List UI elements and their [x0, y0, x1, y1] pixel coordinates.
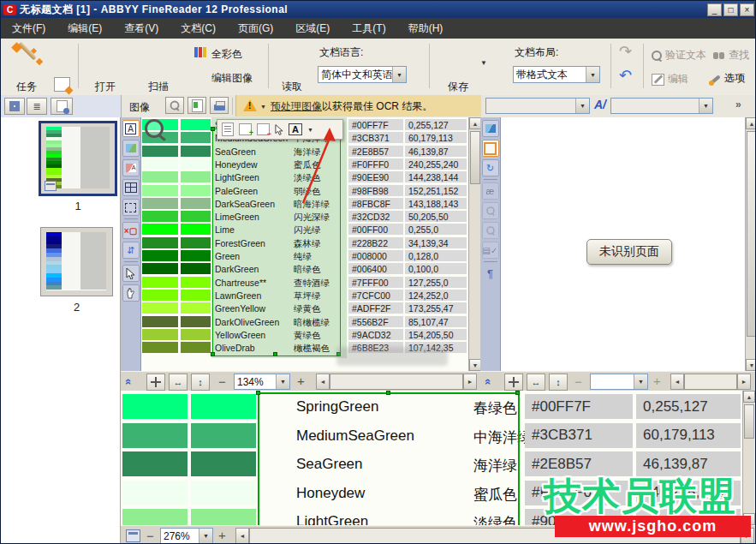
- hscroll-left-icon[interactable]: ◄: [670, 374, 684, 390]
- doc-language-dropdown-icon[interactable]: ▼: [392, 67, 406, 82]
- scroll-thumb[interactable]: [747, 131, 756, 337]
- fit-width-button[interactable]: ↔: [527, 374, 545, 391]
- reorder-regions-tool[interactable]: ⇵: [122, 242, 140, 259]
- selection-handle[interactable]: [515, 391, 520, 395]
- text-hscrollbar[interactable]: [684, 374, 737, 390]
- table-region-tool[interactable]: [122, 179, 140, 196]
- text-zoom-dropdown-icon[interactable]: ▼: [634, 374, 647, 389]
- style-combo-1-dropdown-icon[interactable]: ▼: [575, 99, 589, 113]
- copy-region-icon[interactable]: [222, 123, 234, 136]
- close-button[interactable]: ×: [740, 3, 754, 16]
- scroll-down-icon[interactable]: ▼: [469, 359, 481, 371]
- text-vscrollbar[interactable]: ▲ ▼: [745, 117, 756, 371]
- toolbar-overflow-chevron[interactable]: »: [735, 99, 741, 111]
- selection-handle[interactable]: [211, 127, 215, 131]
- pointer-tool[interactable]: [122, 265, 140, 282]
- image-region-tool[interactable]: [122, 140, 140, 157]
- image-zoom-combo[interactable]: 134% ▼: [234, 374, 290, 390]
- text-canvas[interactable]: 未识别页面: [501, 117, 745, 371]
- collapse-panel-chevron[interactable]: «: [482, 379, 495, 385]
- zoom-tool-icon[interactable]: [482, 222, 499, 239]
- zoom-window-icon[interactable]: [126, 529, 140, 542]
- ae-ligature-icon[interactable]: æ: [482, 182, 499, 200]
- pages-thumbnail-view-button[interactable]: [4, 98, 25, 115]
- redo-icon[interactable]: ↷: [619, 42, 632, 61]
- selection-handle[interactable]: [211, 352, 215, 356]
- hscroll-left-icon[interactable]: ◄: [235, 528, 249, 544]
- tasks-wand-icon[interactable]: [11, 42, 45, 75]
- new-task-icon[interactable]: [54, 77, 70, 92]
- undo-icon[interactable]: ↶: [619, 66, 632, 85]
- doc-layout-combo[interactable]: 带格式文本 ▼: [513, 66, 600, 83]
- hscroll-right-icon[interactable]: ►: [463, 374, 477, 390]
- style-combo-2[interactable]: ▼: [610, 98, 713, 114]
- read-label[interactable]: 读取: [275, 80, 309, 94]
- text-region-tool[interactable]: A: [122, 120, 140, 137]
- fit-page-button[interactable]: [146, 374, 165, 391]
- zoom-in-button[interactable]: +: [297, 374, 305, 388]
- page-thumbnail-2[interactable]: [40, 227, 113, 296]
- warning-dropdown-icon[interactable]: ▼: [260, 104, 266, 110]
- text-zoom-combo[interactable]: ▼: [590, 374, 648, 390]
- doc-language-combo[interactable]: 简体中文和英语 ▼: [318, 66, 407, 83]
- fit-height-button[interactable]: ↕: [191, 374, 210, 391]
- add-region-icon[interactable]: +: [239, 123, 252, 135]
- zoom-selection-icon[interactable]: [482, 202, 499, 219]
- preprocess-link[interactable]: 预处理图像: [271, 100, 322, 112]
- subtract-region-icon[interactable]: −: [257, 123, 270, 135]
- selection-handle[interactable]: [273, 352, 277, 356]
- doc-layout-dropdown-icon[interactable]: ▼: [586, 67, 599, 82]
- delete-region-tool[interactable]: ×▢: [122, 222, 140, 239]
- print-button[interactable]: [210, 97, 229, 114]
- menu-item[interactable]: 帮助(H): [397, 18, 455, 39]
- find-button[interactable]: 查找: [713, 48, 749, 63]
- scroll-up-icon[interactable]: ▲: [746, 117, 756, 129]
- verify-text-button[interactable]: 验证文本: [652, 48, 706, 63]
- edit-button[interactable]: 编辑: [652, 72, 688, 87]
- style-combo-2-dropdown-icon[interactable]: ▼: [699, 99, 712, 113]
- scroll-up-icon[interactable]: ▲: [469, 117, 481, 129]
- zoom-in-button[interactable]: +: [218, 528, 226, 542]
- menu-item[interactable]: 文件(F): [1, 18, 57, 39]
- full-color-label[interactable]: 全彩色: [211, 47, 242, 62]
- menu-item[interactable]: 查看(V): [113, 18, 170, 39]
- pan-tool[interactable]: [122, 284, 140, 302]
- marquee-tool[interactable]: [122, 199, 140, 216]
- collapse-panel-chevron[interactable]: «: [122, 379, 135, 385]
- rerecognize-page-icon[interactable]: ↻: [482, 159, 499, 176]
- scroll-thumb[interactable]: [470, 131, 480, 184]
- pages-settings-button[interactable]: [51, 98, 73, 115]
- scroll-thumb[interactable]: [744, 404, 754, 439]
- scan-label[interactable]: 扫描: [136, 80, 181, 94]
- image-vscrollbar[interactable]: ▲ ▼: [468, 117, 480, 371]
- zoom-in-button[interactable]: +: [653, 374, 661, 388]
- zoom-out-button[interactable]: −: [218, 374, 226, 389]
- page-1-number[interactable]: 1: [39, 200, 117, 212]
- zoom-out-button[interactable]: −: [146, 529, 154, 543]
- page-2-number[interactable]: 2: [40, 301, 113, 314]
- zoom-zoom-combo[interactable]: 276% ▼: [160, 528, 213, 544]
- scroll-up-icon[interactable]: ▲: [743, 391, 755, 403]
- menu-item[interactable]: 区域(E): [284, 18, 341, 39]
- pilcrow-icon[interactable]: ¶: [482, 265, 499, 282]
- fit-width-button[interactable]: ↔: [169, 374, 188, 391]
- selection-handle[interactable]: [386, 391, 390, 395]
- minimize-button[interactable]: _: [707, 3, 722, 16]
- page-layout-icon[interactable]: [482, 140, 499, 157]
- analyze-page-button[interactable]: [188, 97, 206, 114]
- hscroll-right-icon[interactable]: ►: [737, 374, 751, 390]
- open-label[interactable]: 打开: [85, 80, 126, 94]
- menu-item[interactable]: 编辑(E): [57, 18, 113, 39]
- scroll-down-icon[interactable]: ▼: [746, 359, 756, 371]
- maximize-button[interactable]: □: [723, 3, 738, 16]
- hscroll-left-icon[interactable]: ◄: [316, 374, 330, 390]
- fit-page-button[interactable]: [504, 374, 523, 391]
- options-button[interactable]: 选项: [708, 71, 745, 86]
- tasks-label[interactable]: 任务: [4, 80, 49, 94]
- menu-item[interactable]: 页面(G): [227, 18, 284, 39]
- image-hscrollbar[interactable]: [330, 374, 463, 390]
- image-text-region-tool[interactable]: A: [122, 159, 140, 176]
- edit-image-label[interactable]: 编辑图像: [211, 71, 253, 86]
- zoom-out-button[interactable]: −: [574, 374, 582, 389]
- save-dropdown-icon[interactable]: ▼: [480, 59, 487, 67]
